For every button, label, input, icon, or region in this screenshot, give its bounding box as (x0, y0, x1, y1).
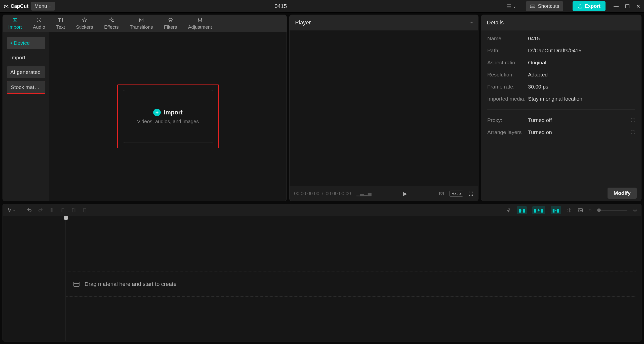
tab-import[interactable]: Import (3, 15, 27, 32)
export-label: Export (585, 3, 600, 9)
detail-label-proxy: Proxy: (487, 117, 528, 123)
detail-label-imported: Imported media: (487, 96, 528, 102)
tab-label: Import (8, 24, 22, 30)
auto-snap-button[interactable]: ▮✦▮ (532, 206, 545, 214)
timeline-gutter (3, 216, 66, 341)
app-logo: CapCut (4, 3, 28, 9)
main-track-magnet-button[interactable]: ▮·▮ (517, 206, 527, 214)
delete-right-button[interactable] (71, 207, 76, 213)
export-button[interactable]: Export (573, 1, 606, 11)
tab-label: Effects (104, 24, 119, 30)
detail-value-resolution: Adapted (528, 72, 635, 78)
svg-point-12 (170, 19, 172, 21)
timecode-total: 00:00:00:00 (326, 191, 351, 196)
image-icon (578, 207, 583, 213)
redo-icon (38, 207, 43, 213)
fullscreen-button[interactable] (468, 191, 474, 196)
preview-axis-button[interactable] (567, 207, 572, 213)
snapshot-button[interactable] (439, 191, 444, 196)
filmstrip-icon (73, 282, 79, 287)
tab-adjustment[interactable]: Adjustment (183, 15, 218, 32)
import-title: Import (164, 109, 183, 116)
menu-label: Menu (34, 3, 47, 9)
tab-filters[interactable]: Filters (158, 15, 183, 32)
levels-icon[interactable]: ▁▃▂▅ (356, 191, 372, 196)
delete-icon (82, 207, 88, 213)
zoom-out-button[interactable]: ○ (589, 207, 592, 213)
align-icon (567, 207, 572, 213)
keyboard-icon (530, 4, 535, 9)
playhead[interactable] (66, 216, 66, 341)
chevron-down-icon: ⌄ (513, 4, 516, 9)
divider (487, 109, 635, 110)
sidebar-item-stock-materials[interactable]: Stock mater... (7, 81, 45, 94)
menu-button[interactable]: Menu ⌄ (31, 2, 55, 11)
effects-icon (109, 17, 114, 23)
player-viewport[interactable] (290, 30, 478, 186)
timeline-toolbar: ⌄ ▮·▮ (3, 204, 641, 216)
modify-button[interactable]: Modify (608, 188, 637, 199)
cover-button[interactable] (578, 207, 583, 213)
tab-effects[interactable]: Effects (99, 15, 124, 32)
minimize-button[interactable]: — (614, 3, 619, 9)
detail-value-aspect: Original (528, 60, 635, 66)
media-panel: Import Audio TI Text Stickers Effects (3, 15, 287, 201)
stickers-icon (82, 17, 87, 23)
layout-dropdown[interactable]: ⌄ (506, 4, 516, 9)
sidebar-item-ai-generated[interactable]: AI generated (7, 66, 45, 78)
divider: / (322, 191, 323, 196)
zoom-slider[interactable] (597, 210, 627, 211)
detail-value-proxy: Turned off (528, 117, 631, 123)
delete-left-button[interactable] (60, 207, 65, 213)
linkage-button[interactable]: ▮-▮ (551, 206, 561, 214)
sidebar-item-import[interactable]: Import (7, 52, 45, 64)
media-area: + Import Videos, audios, and images (49, 32, 287, 201)
track-dropzone[interactable]: Drag material here and start to create (66, 272, 636, 297)
plus-icon: + (153, 109, 161, 116)
info-icon[interactable]: ⓘ (631, 117, 635, 123)
zoom-in-button[interactable]: ⊕ (633, 207, 637, 213)
import-dropzone[interactable]: + Import Videos, audios, and images (123, 90, 213, 143)
svg-point-18 (199, 20, 200, 21)
player-menu-icon[interactable]: ≡ (470, 20, 473, 25)
tab-stickers[interactable]: Stickers (70, 15, 99, 32)
export-icon (578, 4, 583, 9)
shortcuts-button[interactable]: Shortcuts (526, 1, 563, 11)
drop-hint: Drag material here and start to create (85, 281, 177, 287)
svg-point-13 (169, 20, 172, 22)
tab-label: Stickers (76, 24, 93, 30)
cursor-icon (7, 207, 12, 213)
redo-button[interactable] (38, 207, 43, 213)
close-button[interactable]: ✕ (636, 3, 640, 9)
slider-knob[interactable] (597, 208, 601, 212)
tab-label: Filters (164, 24, 177, 30)
detail-value-layers: Turned on (528, 129, 631, 135)
capcut-icon (4, 4, 9, 9)
player-panel: Player ≡ 00:00:00:00 / 00:00:00:00 ▁▃▂▅ … (289, 15, 478, 201)
tab-label: Audio (33, 24, 45, 30)
maximize-button[interactable]: ❐ (625, 3, 630, 9)
shortcuts-label: Shortcuts (538, 3, 559, 9)
detail-value-name: 0415 (528, 35, 635, 41)
timeline[interactable]: Drag material here and start to create (3, 216, 641, 341)
info-icon[interactable]: ⓘ (631, 129, 635, 135)
sidebar-item-device[interactable]: Device (7, 37, 45, 49)
ratio-button[interactable]: Ratio (449, 191, 463, 197)
details-title: Details (481, 15, 641, 30)
tab-text[interactable]: TI Text (51, 15, 70, 32)
detail-label-framerate: Frame rate: (487, 84, 528, 90)
tab-audio[interactable]: Audio (27, 15, 51, 32)
detail-label-layers: Arrange layers (487, 129, 528, 135)
mic-button[interactable] (506, 207, 511, 213)
delete-button[interactable] (82, 207, 88, 213)
timecode-current: 00:00:00:00 (294, 191, 319, 196)
tab-label: Transitions (130, 24, 153, 30)
svg-rect-26 (72, 208, 74, 212)
split-button[interactable] (49, 207, 54, 213)
adjustment-icon (197, 17, 203, 23)
media-tabs: Import Audio TI Text Stickers Effects (3, 15, 287, 32)
selection-tool[interactable]: ⌄ (7, 207, 15, 213)
tab-transitions[interactable]: Transitions (124, 15, 158, 32)
undo-button[interactable] (27, 207, 32, 213)
play-button[interactable]: ▶ (403, 191, 407, 196)
